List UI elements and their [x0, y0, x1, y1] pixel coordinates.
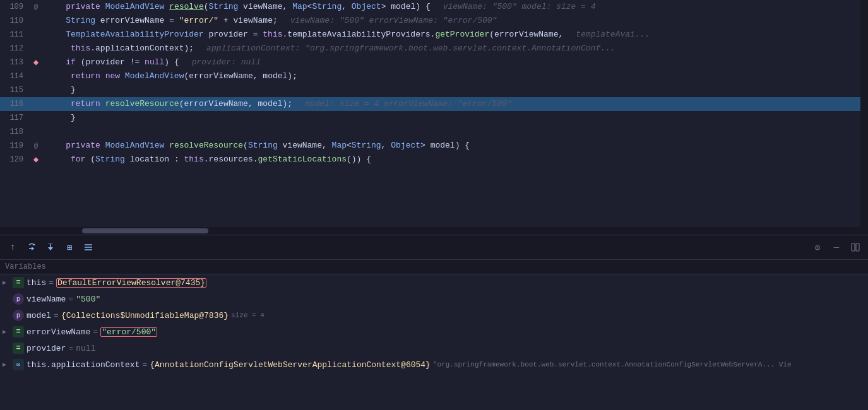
variable-name: model: [27, 311, 51, 320]
variable-name: this: [27, 278, 46, 288]
debugger-toolbar: ↑ ⊞ ⚙ —: [0, 235, 868, 260]
variable-row-errorViewName[interactable]: ▶=errorViewName="error/500": [0, 324, 868, 340]
code-line-120[interactable]: 120◆ for (String location : this.resourc…: [0, 153, 868, 167]
variable-extra-hint: "org.springframework.boot.web.servlet.co…: [433, 361, 792, 368]
step-into-button[interactable]: [43, 240, 58, 255]
code-line-114[interactable]: 114 return new ModelAndView(errorViewNam…: [0, 69, 868, 83]
variable-type-icon: =: [13, 343, 24, 354]
variable-row-this-applicationContext[interactable]: ▶∞this.applicationContext={AnnotationCon…: [0, 356, 868, 373]
variable-value: {Collections$UnmodifiableMap@7836}: [61, 311, 229, 320]
line-number: 110: [0, 14, 28, 28]
breakpoint-icon[interactable]: ◆: [33, 56, 39, 69]
expand-arrow[interactable]: ▶: [3, 279, 13, 286]
code-line-115[interactable]: 115 }: [0, 83, 868, 97]
variable-value: DefaultErrorViewResolver@7435}: [56, 278, 206, 288]
code-line-119[interactable]: 119@ private ModelAndView resolveResourc…: [0, 139, 868, 153]
svg-marker-2: [32, 247, 34, 250]
line-gutter: [28, 83, 44, 97]
expand-arrow[interactable]: ▶: [3, 361, 13, 368]
code-line-118[interactable]: 118: [0, 125, 868, 139]
inline-hint: provider: null: [192, 57, 261, 67]
line-content: return resolveResource(errorViewName, mo…: [44, 97, 868, 111]
svg-rect-10: [856, 243, 859, 251]
line-content: if (provider != null) {provider: null: [44, 56, 868, 69]
line-gutter: ◆: [28, 153, 44, 167]
line-content: String errorViewName = "error/" + viewNa…: [44, 14, 868, 28]
settings-button[interactable]: ⚙: [810, 240, 825, 255]
line-gutter: @: [28, 0, 44, 14]
line-number: 111: [0, 28, 28, 42]
line-gutter: [28, 111, 44, 125]
inline-hint: model: size = 4 errorViewName: "error/50…: [305, 99, 512, 108]
variable-value: null: [76, 344, 95, 353]
line-gutter: [28, 69, 44, 83]
line-gutter: [28, 28, 44, 42]
inline-hint: applicationContext: "org.springframework…: [206, 44, 615, 53]
minimize-button[interactable]: —: [829, 240, 844, 255]
variable-type-icon: p: [13, 293, 24, 305]
variable-value-highlighted: DefaultErrorViewResolver@7435}: [56, 278, 206, 288]
line-number: 116: [0, 97, 28, 111]
variable-row-viewName[interactable]: pviewName="500": [0, 291, 868, 307]
line-number: 109: [0, 0, 28, 14]
step-over-button[interactable]: [24, 240, 39, 255]
vertical-scrollbar[interactable]: [860, 0, 868, 227]
line-gutter: [28, 14, 44, 28]
grid-button[interactable]: ⊞: [62, 240, 77, 255]
variable-size-hint: size = 4: [231, 312, 265, 319]
expand-arrow[interactable]: ▶: [3, 328, 13, 336]
inline-hint: templateAvai...: [576, 30, 650, 39]
code-line-109[interactable]: 109@ private ModelAndView resolve(String…: [0, 0, 868, 14]
variable-type-icon: ∞: [13, 359, 24, 370]
line-number: 112: [0, 42, 28, 56]
variable-name: errorViewName: [27, 327, 90, 337]
inline-hint: viewName: "500" model: size = 4: [443, 2, 596, 11]
line-gutter: @: [28, 139, 44, 153]
code-lines: 109@ private ModelAndView resolve(String…: [0, 0, 868, 167]
variable-row-provider[interactable]: =provider=null: [0, 340, 868, 356]
line-number: 119: [0, 139, 28, 153]
code-line-110[interactable]: 110 String errorViewName = "error/" + vi…: [0, 14, 868, 28]
line-content: }: [44, 111, 868, 125]
horizontal-scrollbar[interactable]: [0, 227, 868, 235]
variable-name: provider: [27, 344, 66, 353]
variable-row-this[interactable]: ▶=this=DefaultErrorViewResolver@7435}: [0, 274, 868, 291]
variable-type-icon: p: [13, 310, 24, 321]
restore-button[interactable]: ↑: [5, 240, 20, 255]
code-line-117[interactable]: 117 }: [0, 111, 868, 125]
line-content: private ModelAndView resolve(String view…: [44, 0, 868, 14]
code-line-112[interactable]: 112 this.applicationContext);application…: [0, 42, 868, 56]
variable-name: this.applicationContext: [27, 360, 140, 370]
variable-equals: =: [68, 295, 73, 304]
svg-rect-9: [852, 243, 855, 251]
line-content: return new ModelAndView(errorViewName, m…: [44, 69, 868, 83]
line-gutter: [28, 42, 44, 56]
scrollbar-thumb[interactable]: [82, 228, 208, 233]
variable-equals: =: [49, 278, 54, 288]
code-line-111[interactable]: 111 TemplateAvailabilityProvider provide…: [0, 28, 868, 42]
line-number: 118: [0, 125, 28, 139]
line-gutter: ◆: [28, 56, 44, 69]
variable-value-highlighted: "error/500": [100, 327, 157, 337]
layout-button[interactable]: [848, 240, 863, 255]
line-content: for (String location : this.resources.ge…: [44, 153, 868, 167]
variable-equals: =: [93, 327, 98, 337]
line-content: this.applicationContext);applicationCont…: [44, 42, 868, 56]
breakpoint-icon[interactable]: ◆: [33, 153, 39, 167]
line-gutter: [28, 125, 44, 139]
line-content: private ModelAndView resolveResource(Str…: [44, 139, 868, 153]
svg-marker-4: [48, 247, 53, 250]
variable-type-icon: =: [13, 326, 24, 337]
code-line-113[interactable]: 113◆ if (provider != null) {provider: nu…: [0, 56, 868, 69]
line-number: 120: [0, 153, 28, 167]
variables-panel: Variables ▶=this=DefaultErrorViewResolve…: [0, 260, 868, 410]
variable-equals: =: [68, 344, 73, 353]
list-button[interactable]: [81, 240, 96, 255]
inline-hint: viewName: "500" errorViewName: "error/50…: [290, 16, 497, 25]
variable-row-model[interactable]: pmodel={Collections$UnmodifiableMap@7836…: [0, 307, 868, 324]
line-number: 114: [0, 69, 28, 83]
code-line-116[interactable]: 116 return resolveResource(errorViewName…: [0, 97, 868, 111]
variables-header: Variables: [0, 260, 868, 274]
line-content: }: [44, 83, 868, 97]
line-number: 115: [0, 83, 28, 97]
